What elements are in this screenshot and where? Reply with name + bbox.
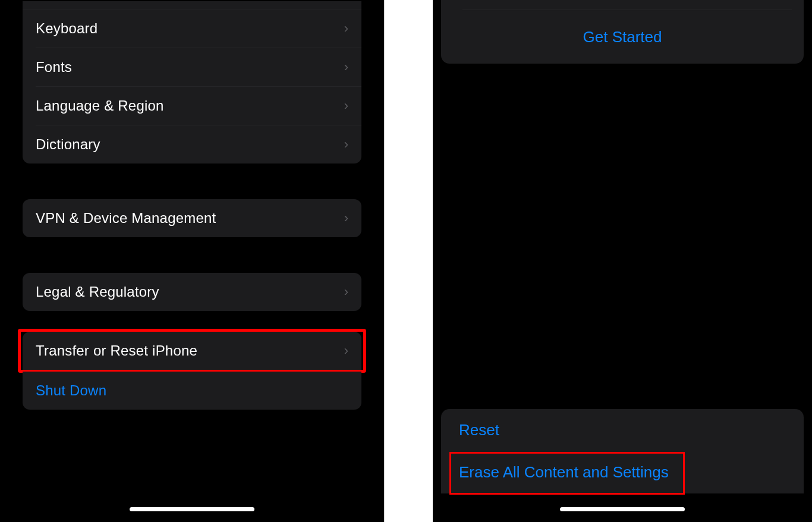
settings-group-reset-top: Transfer or Reset iPhone ›: [23, 332, 361, 370]
home-indicator[interactable]: [130, 507, 254, 511]
partial-row-top: [23, 1, 361, 10]
prepare-new-iphone-card: Get Started: [441, 0, 804, 64]
home-indicator[interactable]: [560, 507, 685, 511]
settings-group-vpn: VPN & Device Management ›: [23, 199, 361, 237]
settings-row-keyboard[interactable]: Keyboard ›: [23, 10, 361, 48]
settings-row-dictionary[interactable]: Dictionary ›: [36, 125, 361, 163]
chevron-right-icon: ›: [344, 343, 350, 359]
chevron-right-icon: ›: [344, 137, 350, 152]
settings-row-shut-down[interactable]: Shut Down: [23, 372, 361, 410]
erase-label: Erase All Content and Settings: [459, 463, 669, 482]
reset-actions-group: Reset Erase All Content and Settings: [441, 409, 804, 493]
reset-label: Reset: [459, 421, 499, 439]
row-label: Keyboard: [36, 20, 97, 37]
row-label: VPN & Device Management: [36, 210, 216, 227]
settings-general-screen: Keyboard › Fonts › Language & Region › D…: [0, 0, 385, 522]
transfer-reset-screen: Get Started Reset Erase All Content and …: [433, 0, 812, 522]
settings-row-legal-regulatory[interactable]: Legal & Regulatory ›: [23, 273, 361, 311]
row-label: Legal & Regulatory: [36, 284, 159, 300]
highlight-transfer-reset: Transfer or Reset iPhone ›: [18, 329, 366, 373]
settings-group-legal: Legal & Regulatory ›: [23, 273, 361, 311]
chevron-right-icon: ›: [344, 98, 350, 114]
chevron-right-icon: ›: [344, 210, 350, 226]
get-started-button[interactable]: Get Started: [441, 10, 804, 64]
row-label: Language & Region: [36, 98, 164, 114]
settings-row-language-region[interactable]: Language & Region ›: [36, 86, 361, 125]
settings-group-reset-bottom: Shut Down: [23, 372, 361, 410]
settings-row-fonts[interactable]: Fonts ›: [36, 48, 361, 86]
row-label: Dictionary: [36, 136, 100, 153]
chevron-right-icon: ›: [344, 284, 350, 300]
row-label: Fonts: [36, 59, 72, 76]
reset-button[interactable]: Reset: [441, 409, 804, 451]
chevron-right-icon: ›: [344, 21, 350, 36]
row-label: Transfer or Reset iPhone: [36, 342, 197, 359]
row-label: Shut Down: [36, 382, 106, 399]
get-started-label: Get Started: [583, 28, 662, 46]
erase-all-content-settings-button[interactable]: Erase All Content and Settings: [441, 451, 804, 493]
chevron-right-icon: ›: [344, 59, 350, 75]
settings-row-transfer-reset-iphone[interactable]: Transfer or Reset iPhone ›: [23, 332, 361, 370]
settings-row-vpn-device-management[interactable]: VPN & Device Management ›: [23, 199, 361, 237]
settings-group-text-input: Keyboard › Fonts › Language & Region › D…: [23, 1, 361, 163]
